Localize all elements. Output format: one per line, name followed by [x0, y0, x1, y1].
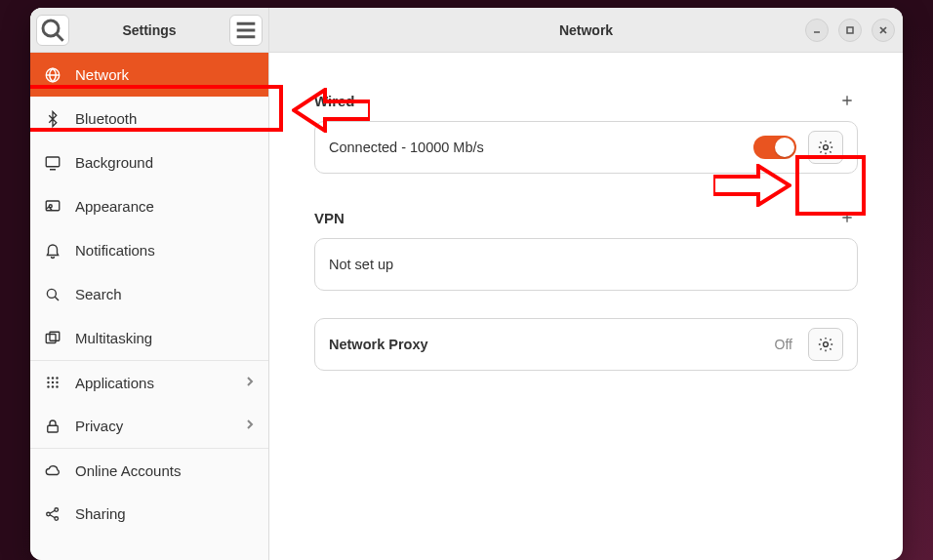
search-button[interactable] [36, 15, 69, 46]
menu-button[interactable] [229, 15, 263, 46]
svg-point-38 [824, 342, 829, 347]
svg-rect-8 [46, 201, 60, 211]
page-title: Network [559, 22, 613, 38]
sidebar: Settings NetworkBluetoothBackgroundAppea… [30, 8, 269, 560]
sidebar-title: Settings [75, 22, 223, 38]
chevron-right-icon [245, 375, 255, 391]
sidebar-item-label: Appearance [75, 198, 154, 215]
display-icon [44, 154, 61, 172]
svg-line-11 [55, 297, 59, 300]
window-controls [805, 19, 895, 42]
share-icon [44, 505, 61, 523]
svg-rect-13 [50, 332, 60, 340]
sidebar-item-applications[interactable]: Applications [30, 360, 268, 404]
gear-icon [817, 336, 834, 353]
sidebar-item-search[interactable]: Search [30, 272, 268, 316]
svg-line-27 [50, 510, 55, 513]
vpn-heading: VPN [314, 210, 345, 226]
network-proxy-row[interactable]: Network Proxy Off [314, 318, 858, 371]
bluetooth-icon [44, 110, 61, 128]
sidebar-item-sharing[interactable]: Sharing [30, 492, 268, 536]
sidebar-item-label: Privacy [75, 418, 123, 434]
close-icon [878, 25, 888, 35]
menu-icon [230, 15, 262, 46]
proxy-state: Off [775, 337, 792, 352]
cloud-icon [44, 461, 61, 479]
svg-rect-23 [48, 425, 59, 432]
proxy-label: Network Proxy [329, 337, 428, 352]
sidebar-item-multitasking[interactable]: Multitasking [30, 316, 268, 360]
vpn-status-text: Not set up [329, 257, 393, 272]
sidebar-item-label: Applications [75, 375, 154, 391]
proxy-settings-button[interactable] [808, 328, 843, 361]
sidebar-nav: NetworkBluetoothBackgroundAppearanceNoti… [30, 53, 268, 560]
svg-point-21 [52, 385, 54, 387]
main-pane: Network Wired Connected - 10000 Mb/s [269, 8, 903, 560]
grid-icon [44, 374, 61, 391]
svg-point-35 [824, 145, 829, 150]
wired-section-header: Wired [314, 90, 858, 111]
svg-point-20 [47, 385, 49, 387]
svg-point-26 [55, 516, 59, 520]
svg-point-16 [56, 377, 58, 379]
svg-point-19 [56, 381, 58, 383]
wired-toggle[interactable] [753, 136, 796, 159]
sidebar-item-online-accounts[interactable]: Online Accounts [30, 448, 268, 492]
minimize-icon [812, 25, 822, 35]
lock-icon [44, 418, 61, 435]
globe-icon [44, 66, 61, 84]
sidebar-item-background[interactable]: Background [30, 140, 268, 184]
vpn-row: Not set up [314, 238, 858, 291]
vpn-section-header: VPN [314, 207, 858, 228]
bell-icon [44, 242, 61, 260]
sidebar-item-appearance[interactable]: Appearance [30, 184, 268, 228]
content-area: Wired Connected - 10000 Mb/s VPN [269, 53, 903, 560]
svg-point-17 [47, 381, 49, 383]
sidebar-item-bluetooth[interactable]: Bluetooth [30, 97, 268, 140]
maximize-button[interactable] [838, 19, 862, 42]
minimize-button[interactable] [805, 19, 829, 42]
add-wired-button[interactable] [836, 90, 858, 111]
sidebar-item-label: Bluetooth [75, 110, 137, 127]
appearance-icon [44, 198, 61, 216]
sidebar-item-network[interactable]: Network [30, 53, 268, 97]
svg-rect-6 [46, 157, 60, 167]
svg-point-10 [47, 289, 56, 298]
settings-window: Settings NetworkBluetoothBackgroundAppea… [30, 8, 903, 560]
add-vpn-button[interactable] [836, 207, 858, 228]
svg-point-22 [56, 385, 58, 387]
svg-point-18 [52, 381, 54, 383]
close-button[interactable] [872, 19, 895, 42]
wired-connection-row: Connected - 10000 Mb/s [314, 121, 858, 174]
svg-rect-30 [847, 27, 853, 33]
maximize-icon [845, 25, 855, 35]
svg-point-14 [47, 377, 49, 379]
sidebar-item-label: Network [75, 66, 129, 83]
search-icon [37, 15, 68, 46]
plus-icon [839, 93, 855, 108]
sidebar-item-label: Notifications [75, 242, 155, 259]
sidebar-item-label: Multitasking [75, 330, 152, 346]
sidebar-item-notifications[interactable]: Notifications [30, 228, 268, 272]
sidebar-item-label: Background [75, 154, 153, 171]
sidebar-header: Settings [30, 8, 268, 53]
sidebar-item-label: Sharing [75, 505, 126, 522]
svg-line-28 [50, 514, 55, 517]
chevron-right-icon [245, 418, 255, 434]
wired-status-text: Connected - 10000 Mb/s [329, 140, 484, 155]
titlebar: Network [269, 8, 903, 53]
wired-settings-button[interactable] [808, 131, 843, 164]
svg-point-25 [55, 507, 59, 511]
plus-icon [839, 210, 855, 225]
multitasking-icon [44, 330, 61, 347]
search-icon [44, 286, 61, 303]
svg-point-0 [43, 20, 59, 36]
sidebar-item-label: Search [75, 286, 122, 302]
gear-icon [817, 139, 834, 156]
svg-point-24 [47, 512, 51, 516]
sidebar-item-label: Online Accounts [75, 462, 181, 479]
sidebar-item-privacy[interactable]: Privacy [30, 404, 268, 448]
svg-point-15 [52, 377, 54, 379]
wired-heading: Wired [314, 93, 355, 109]
svg-line-1 [57, 34, 63, 41]
